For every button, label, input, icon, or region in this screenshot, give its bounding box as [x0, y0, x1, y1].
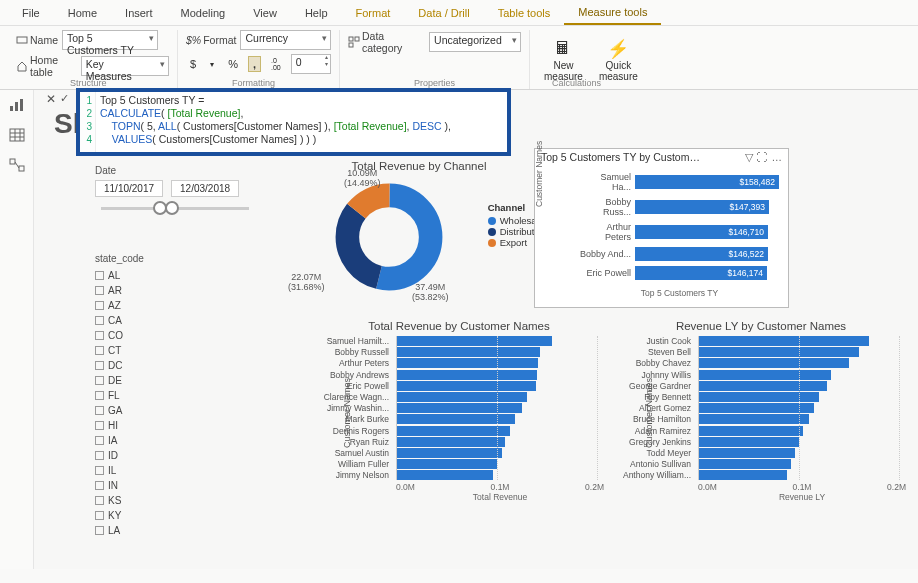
formula-close-icon[interactable]: ✕ — [46, 92, 56, 106]
group-structure: Structure — [70, 78, 107, 88]
group-properties: Properties — [414, 78, 455, 88]
checkbox-icon[interactable] — [95, 406, 104, 415]
datacategory-label: Data category — [348, 30, 425, 54]
top5-row: Samuel Ha...$158,482 — [579, 172, 780, 192]
checkbox-icon[interactable] — [95, 316, 104, 325]
model-view-icon[interactable] — [9, 158, 25, 174]
donut-data-label: 10.09M (14.49%) — [344, 168, 381, 188]
state-item-ID[interactable]: ID — [95, 448, 225, 463]
hometable-dropdown[interactable]: Key Measures — [81, 56, 169, 76]
svg-rect-7 — [10, 129, 24, 141]
checkbox-icon[interactable] — [95, 271, 104, 280]
filter-icon[interactable]: ▽ — [745, 151, 753, 163]
date-slicer[interactable]: Date 11/10/2017 12/03/2018 — [95, 165, 255, 220]
top5-row: Bobby Russ...$147,393 — [579, 197, 780, 217]
svg-rect-1 — [349, 37, 353, 41]
state-item-GA[interactable]: GA — [95, 403, 225, 418]
state-item-CT[interactable]: CT — [95, 343, 225, 358]
data-view-icon[interactable] — [9, 128, 25, 144]
donut-data-label: 22.07M (31.68%) — [288, 272, 325, 292]
tab-home[interactable]: Home — [54, 2, 111, 24]
state-item-IA[interactable]: IA — [95, 433, 225, 448]
decimals-input[interactable]: 0 — [291, 54, 331, 74]
percent-button[interactable]: % — [224, 57, 242, 71]
svg-rect-12 — [10, 159, 15, 164]
state-item-AR[interactable]: AR — [95, 283, 225, 298]
top5-visual[interactable]: Top 5 Customers TY by Custom… ▽ ⛶ … Cust… — [534, 148, 789, 308]
checkbox-icon[interactable] — [95, 451, 104, 460]
format-dropdown[interactable]: Currency — [240, 30, 331, 50]
state-item-FL[interactable]: FL — [95, 388, 225, 403]
tab-view[interactable]: View — [239, 2, 291, 24]
hometable-label: Home table — [16, 54, 77, 78]
date-slider[interactable] — [101, 207, 249, 210]
formula-bar[interactable]: 1234 Top 5 Customers TY = CALCULATE( [To… — [76, 88, 511, 156]
tab-format[interactable]: Format — [342, 2, 405, 24]
checkbox-icon[interactable] — [95, 376, 104, 385]
tab-insert[interactable]: Insert — [111, 2, 167, 24]
formula-commit-icon[interactable]: ✓ — [60, 92, 69, 105]
date-to[interactable]: 12/03/2018 — [171, 180, 239, 197]
datacategory-dropdown[interactable]: Uncategorized — [429, 32, 521, 52]
checkbox-icon[interactable] — [95, 331, 104, 340]
quick-icon: ⚡ — [606, 38, 630, 60]
tab-modeling[interactable]: Modeling — [167, 2, 240, 24]
checkbox-icon[interactable] — [95, 361, 104, 370]
state-item-AL[interactable]: AL — [95, 268, 225, 283]
checkbox-icon[interactable] — [95, 511, 104, 520]
checkbox-icon[interactable] — [95, 286, 104, 295]
more-icon[interactable]: … — [772, 151, 783, 163]
state-item-CA[interactable]: CA — [95, 313, 225, 328]
tab-measuretools[interactable]: Measure tools — [564, 1, 661, 25]
hbar-right-title: Revenue LY by Customer Names — [616, 320, 906, 332]
state-item-CO[interactable]: CO — [95, 328, 225, 343]
checkbox-icon[interactable] — [95, 391, 104, 400]
checkbox-icon[interactable] — [95, 496, 104, 505]
svg-rect-6 — [20, 99, 23, 111]
hbar-left-xlabel: Total Revenue — [314, 492, 604, 502]
name-input[interactable]: Top 5 Customers TY — [62, 30, 158, 50]
thousands-button[interactable]: , — [248, 56, 261, 72]
state-item-IL[interactable]: IL — [95, 463, 225, 478]
state-item-AZ[interactable]: AZ — [95, 298, 225, 313]
state-item-DC[interactable]: DC — [95, 358, 225, 373]
top5-row: Eric Powell$146,174 — [579, 266, 780, 280]
formula-code[interactable]: Top 5 Customers TY = CALCULATE( [Total R… — [96, 92, 455, 152]
checkbox-icon[interactable] — [95, 481, 104, 490]
state-item-LA[interactable]: LA — [95, 523, 225, 538]
state-item-KY[interactable]: KY — [95, 508, 225, 523]
state-item-DE[interactable]: DE — [95, 373, 225, 388]
top5-row: Bobby And...$146,522 — [579, 247, 780, 261]
donut-title: Total Revenue by Channel — [294, 160, 544, 172]
state-item-KS[interactable]: KS — [95, 493, 225, 508]
currency-button[interactable]: $ — [186, 57, 200, 71]
name-label: Name — [16, 34, 58, 46]
state-slicer-title: state_code — [95, 253, 225, 264]
hbar-left-title: Total Revenue by Customer Names — [314, 320, 604, 332]
state-slicer[interactable]: state_code ALARAZCACOCTDCDEFLGAHIIAIDILI… — [95, 253, 225, 538]
state-item-HI[interactable]: HI — [95, 418, 225, 433]
svg-line-14 — [15, 162, 19, 168]
donut-chart[interactable]: Total Revenue by Channel 10.09M (14.49%)… — [294, 160, 544, 332]
calculator-icon: 🖩 — [551, 38, 575, 60]
revenue-ly-by-customer-chart[interactable]: Revenue LY by Customer Names Customer Na… — [616, 320, 906, 502]
checkbox-icon[interactable] — [95, 466, 104, 475]
svg-rect-0 — [17, 37, 27, 43]
decimals-icon: .0 .00 — [267, 56, 285, 72]
checkbox-icon[interactable] — [95, 421, 104, 430]
tab-datadrill[interactable]: Data / Drill — [404, 2, 483, 24]
focus-icon[interactable]: ⛶ — [757, 151, 768, 163]
tab-help[interactable]: Help — [291, 2, 342, 24]
checkbox-icon[interactable] — [95, 526, 104, 535]
tab-file[interactable]: File — [8, 2, 54, 24]
checkbox-icon[interactable] — [95, 301, 104, 310]
report-view-icon[interactable] — [9, 98, 25, 114]
tab-tabletools[interactable]: Table tools — [484, 2, 565, 24]
svg-rect-2 — [355, 37, 359, 41]
revenue-by-customer-chart[interactable]: Total Revenue by Customer Names Customer… — [314, 320, 604, 502]
checkbox-icon[interactable] — [95, 346, 104, 355]
checkbox-icon[interactable] — [95, 436, 104, 445]
state-item-IN[interactable]: IN — [95, 478, 225, 493]
date-from[interactable]: 11/10/2017 — [95, 180, 163, 197]
group-formatting: Formatting — [232, 78, 275, 88]
